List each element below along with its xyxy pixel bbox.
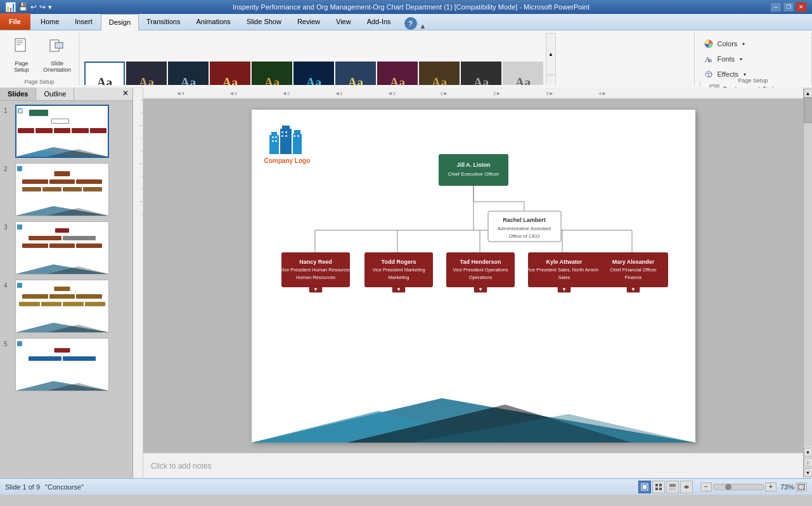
- mini-top: [55, 171, 70, 176]
- svg-rect-5: [55, 42, 63, 48]
- ribbon-section-background: Colors ▾ A a Fonts ▾ Effects ▾: [695, 33, 812, 85]
- theme-item-0[interactable]: Aa: [84, 62, 125, 85]
- slide-main: Company Logo: [252, 110, 695, 443]
- theme-item-2[interactable]: Aa: [168, 62, 209, 85]
- colors-dropdown[interactable]: ▾: [742, 41, 745, 47]
- view-controls: ▼ ↕ ▼: [804, 446, 813, 478]
- tab-addins[interactable]: Add-Ins: [359, 13, 399, 30]
- svg-text:Administrative Assistant: Administrative Assistant: [497, 226, 551, 231]
- page-setup-section-label: Page Setup: [5, 77, 74, 85]
- zoom-slider[interactable]: [713, 484, 764, 490]
- colors-label: Colors: [718, 40, 738, 48]
- help-button[interactable]: ?: [404, 17, 417, 30]
- tab-design[interactable]: Design: [101, 14, 139, 30]
- theme-item-6[interactable]: Aa: [335, 62, 376, 85]
- theme-item-7[interactable]: Aa: [377, 62, 418, 85]
- next-slide-button[interactable]: ▼: [804, 468, 813, 477]
- tab-insert[interactable]: Insert: [67, 13, 101, 30]
- ribbon-content: Page Setup Slide Orientation Page Setup …: [0, 30, 812, 88]
- tab-review[interactable]: Review: [290, 13, 328, 30]
- fonts-button[interactable]: A a Fonts ▾: [700, 52, 750, 66]
- slide-item-3[interactable]: 3: [3, 220, 130, 276]
- svg-rect-57: [285, 131, 287, 133]
- quick-undo[interactable]: ↩: [30, 3, 37, 11]
- slide-item-5[interactable]: 5: [3, 337, 130, 392]
- theme-item-4[interactable]: Aa: [252, 62, 292, 85]
- slide4-row: [22, 294, 102, 299]
- slide-item-4[interactable]: 4: [3, 278, 130, 334]
- theme-item-5[interactable]: Aa: [293, 62, 334, 85]
- slide3-mid: [29, 236, 96, 240]
- tab-view[interactable]: View: [328, 13, 359, 30]
- theme-item-3[interactable]: Aa: [210, 62, 250, 85]
- tab-home[interactable]: Home: [33, 13, 67, 30]
- reading-view-button[interactable]: [680, 481, 693, 493]
- svg-text:◄3: ◄3: [229, 91, 237, 96]
- close-panel-button[interactable]: ✕: [119, 88, 132, 100]
- tab-slideshow[interactable]: Slide Show: [239, 13, 290, 30]
- tab-animations[interactable]: Animations: [188, 13, 238, 30]
- quick-redo[interactable]: ↪: [39, 3, 46, 11]
- fit-window-button[interactable]: [796, 483, 807, 491]
- slide-thumb-5: [15, 338, 109, 391]
- theme-item-9[interactable]: Aa: [461, 62, 501, 85]
- app-icon: 📊: [5, 2, 16, 12]
- svg-rect-49: [282, 126, 290, 129]
- tab-transitions[interactable]: Transitions: [139, 13, 188, 30]
- slide-4-deco: [16, 320, 108, 332]
- svg-text:Finance: Finance: [624, 275, 641, 280]
- minimize-ribbon[interactable]: ▲: [420, 22, 427, 30]
- outline-tab[interactable]: Outline: [36, 88, 74, 100]
- page-setup-button[interactable]: Page Setup: [5, 34, 38, 76]
- mini-assist: [51, 119, 69, 124]
- quick-save[interactable]: 💾: [18, 3, 28, 11]
- slides-tab[interactable]: Slides: [0, 88, 36, 100]
- theme-item-8[interactable]: Aa: [419, 62, 460, 85]
- notes-area[interactable]: Click to add notes: [143, 453, 803, 478]
- svg-rect-51: [294, 130, 300, 134]
- slide-sorter-button[interactable]: [652, 481, 665, 493]
- svg-rect-114: [659, 488, 662, 490]
- theme-item-10[interactable]: Aa: [503, 62, 543, 85]
- restore-button[interactable]: ❐: [783, 2, 794, 12]
- scroll-down-button[interactable]: ▼: [804, 448, 813, 457]
- svg-text:Chief Financial Officer: Chief Financial Officer: [610, 267, 657, 273]
- theme-item-1[interactable]: Aa: [126, 62, 167, 85]
- fit-slide-button[interactable]: ↕: [804, 458, 813, 467]
- gallery-scroll-down[interactable]: ▼: [546, 75, 556, 85]
- svg-text:Chief Executive Officer: Chief Executive Officer: [448, 171, 499, 177]
- colors-button[interactable]: Colors ▾: [700, 37, 750, 51]
- svg-text:1►: 1►: [440, 91, 448, 96]
- svg-text:Sales: Sales: [558, 275, 570, 280]
- zoom-thumb[interactable]: [725, 484, 731, 490]
- slide-item-2[interactable]: 2: [3, 162, 130, 217]
- svg-text:Marketing: Marketing: [388, 275, 409, 280]
- tab-file[interactable]: File: [0, 13, 30, 30]
- slide-item-1[interactable]: 1 📊: [3, 103, 130, 159]
- slide-orientation-button[interactable]: Slide Orientation: [41, 34, 74, 76]
- slide5-row: [29, 356, 96, 361]
- zoom-in-button[interactable]: +: [765, 483, 777, 491]
- minimize-button[interactable]: ─: [770, 2, 782, 12]
- zoom-level: 73%: [780, 483, 794, 491]
- right-scrollbar[interactable]: ▲ ▼ ↕ ▼: [803, 88, 812, 478]
- theme-name: "Concourse": [45, 483, 84, 491]
- slide5-top: [55, 348, 70, 353]
- normal-view-button[interactable]: [638, 481, 651, 493]
- mini-vps: [18, 128, 106, 133]
- svg-text:Todd Rogers: Todd Rogers: [381, 259, 416, 265]
- zoom-out-button[interactable]: −: [700, 483, 712, 491]
- close-button[interactable]: ✕: [796, 2, 807, 12]
- svg-rect-20: [17, 224, 22, 230]
- scroll-track[interactable]: [804, 98, 813, 446]
- fonts-dropdown[interactable]: ▾: [740, 56, 742, 62]
- mini-row3: [22, 187, 102, 191]
- slide-thumb-4: [15, 280, 109, 333]
- mini-row2: [22, 179, 102, 184]
- gallery-scroll-up[interactable]: ▲: [546, 33, 556, 75]
- slide-thumb-2: [15, 163, 109, 216]
- slide-canvas[interactable]: Company Logo: [143, 99, 803, 453]
- notes-page-button[interactable]: [666, 481, 679, 493]
- status-bar: Slide 1 of 9 "Concourse" − + 73%: [0, 478, 812, 495]
- svg-rect-60: [293, 135, 295, 137]
